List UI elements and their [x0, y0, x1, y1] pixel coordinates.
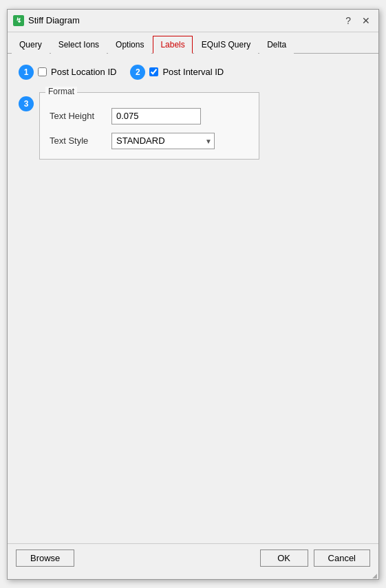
tab-labels[interactable]: Labels — [153, 36, 192, 54]
close-button[interactable]: ✕ — [359, 14, 373, 28]
resize-handle: ◢ — [8, 572, 378, 579]
browse-button[interactable]: Browse — [16, 549, 74, 567]
tab-content-labels: 1 Post Location ID 2 Post Interval ID 3 … — [8, 54, 378, 543]
tab-delta[interactable]: Delta — [259, 36, 294, 54]
text-style-row: Text Style STANDARD ARIAL ROMANS SIMPLEX… — [50, 133, 249, 149]
post-interval-option: 2 Post Interval ID — [130, 65, 224, 80]
help-button[interactable]: ? — [343, 14, 354, 28]
badge-3: 3 — [19, 96, 34, 111]
post-interval-label: Post Interval ID — [162, 67, 224, 77]
footer-right: OK Cancel — [260, 549, 370, 567]
dialog-title: Stiff Diagram — [28, 15, 80, 25]
post-interval-checkbox[interactable] — [149, 67, 158, 76]
tab-select-ions[interactable]: Select Ions — [51, 36, 107, 54]
format-group: Format Text Height Text Style STANDARD A… — [39, 92, 259, 160]
badge-1: 1 — [19, 65, 34, 80]
title-bar-right: ? ✕ — [343, 14, 373, 28]
dialog-footer-wrapper: Browse OK Cancel ◢ — [8, 543, 378, 579]
dialog: ↯ Stiff Diagram ? ✕ Query Select Ions Op… — [7, 9, 379, 580]
text-height-input[interactable] — [111, 108, 201, 124]
tab-equis-query[interactable]: EQuIS Query — [194, 36, 258, 54]
ok-button[interactable]: OK — [260, 549, 308, 567]
text-height-row: Text Height — [50, 108, 249, 124]
title-bar: ↯ Stiff Diagram ? ✕ — [8, 10, 378, 32]
title-bar-left: ↯ Stiff Diagram — [13, 15, 80, 26]
badge-2: 2 — [130, 65, 145, 80]
text-style-wrapper: STANDARD ARIAL ROMANS SIMPLEX ▼ — [111, 133, 215, 149]
text-style-select[interactable]: STANDARD ARIAL ROMANS SIMPLEX — [111, 133, 215, 149]
app-icon: ↯ — [13, 15, 24, 26]
format-section: 3 Format Text Height Text Style STANDARD… — [19, 89, 367, 160]
format-group-title: Format — [45, 87, 77, 96]
text-style-label: Text Style — [50, 135, 111, 146]
tab-bar: Query Select Ions Options Labels EQuIS Q… — [8, 32, 378, 54]
text-height-label: Text Height — [50, 111, 111, 121]
post-location-option: 1 Post Location ID — [19, 65, 116, 80]
tab-options[interactable]: Options — [108, 36, 151, 54]
cancel-button[interactable]: Cancel — [314, 549, 370, 567]
dialog-footer: Browse OK Cancel — [8, 543, 378, 572]
post-location-label: Post Location ID — [51, 67, 116, 77]
post-location-checkbox[interactable] — [38, 67, 47, 76]
footer-left: Browse — [16, 549, 74, 567]
options-row: 1 Post Location ID 2 Post Interval ID — [19, 65, 367, 80]
tab-query[interactable]: Query — [12, 36, 50, 54]
